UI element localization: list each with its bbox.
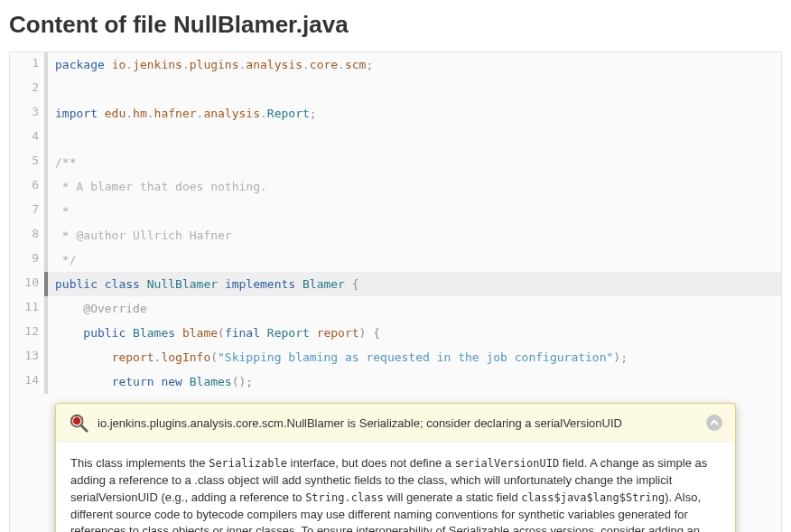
code-source: return new Blames(); [48,369,781,394]
code-source: * [48,199,781,223]
line-number: 3 [10,101,44,126]
code-literal: String.class [305,491,384,504]
line-number: 2 [10,77,44,101]
code-line[interactable]: 14 return new Blames(); [10,369,781,394]
code-line[interactable]: 6 * A blamer that does nothing. [10,174,781,199]
code-line[interactable]: 3import edu.hm.hafner.analysis.Report; [10,101,781,126]
line-number: 9 [10,247,44,272]
code-source: public Blames blame(final Report report)… [48,321,781,345]
line-number: 14 [10,369,44,394]
code-literal: class$java$lang$String [521,491,665,504]
line-number: 13 [10,345,44,369]
code-panel: 1package io.jenkins.plugins.analysis.cor… [9,51,782,532]
page-title: Content of file NullBlamer.java [9,11,782,39]
svg-rect-3 [76,417,79,419]
code-line[interactable]: 12 public Blames blame(final Report repo… [10,321,781,345]
warning-title: io.jenkins.plugins.analysis.core.scm.Nul… [98,416,697,430]
code-line[interactable]: 11 @Override [10,296,781,321]
code-source: public class NullBlamer implements Blame… [48,272,781,296]
code-source: import edu.hm.hafner.analysis.Report; [48,101,781,126]
code-source [48,77,781,101]
line-number: 7 [10,199,44,223]
chevron-up-icon [710,418,719,427]
warning-body: This class implements the Serializable i… [56,443,735,532]
bug-magnifier-icon [69,413,88,433]
svg-line-1 [81,425,87,431]
code-line[interactable]: 4 [10,126,781,150]
code-line[interactable]: 5/** [10,150,781,174]
line-number: 5 [10,150,44,174]
code-source: /** [48,150,781,174]
code-source [48,126,781,150]
code-line[interactable]: 9 */ [10,247,781,272]
code-literal: Serializable [209,457,287,470]
code-line[interactable]: 2 [10,77,781,101]
code-source: @Override [48,296,781,321]
code-source: * A blamer that does nothing. [48,174,781,199]
line-number: 6 [10,174,44,199]
code-literal: serialVersionUID [455,457,560,470]
line-number: 10 [10,272,44,296]
code-line[interactable]: 8 * @author Ullrich Hafner [10,223,781,247]
code-source: package io.jenkins.plugins.analysis.core… [48,52,781,77]
code-source: */ [48,247,781,272]
code-source: * @author Ullrich Hafner [48,223,781,247]
collapse-button[interactable] [706,415,722,431]
code-lines-top: 1package io.jenkins.plugins.analysis.cor… [10,52,781,394]
line-number: 11 [10,296,44,321]
line-number: 1 [10,52,44,77]
warning-tooltip: io.jenkins.plugins.analysis.core.scm.Nul… [55,403,736,532]
code-source: report.logInfo("Skipping blaming as requ… [48,345,781,369]
line-number: 8 [10,223,44,247]
code-line[interactable]: 7 * [10,199,781,223]
line-number: 4 [10,126,44,150]
line-number: 12 [10,321,44,345]
code-line[interactable]: 10public class NullBlamer implements Bla… [10,272,781,296]
code-line[interactable]: 13 report.logInfo("Skipping blaming as r… [10,345,781,369]
code-line[interactable]: 1package io.jenkins.plugins.analysis.cor… [10,52,781,77]
